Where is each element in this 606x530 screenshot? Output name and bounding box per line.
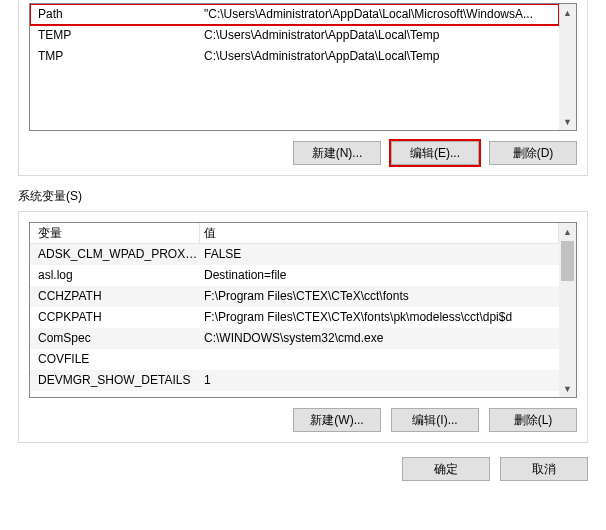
user-vars-buttons: 新建(N)... 编辑(E)... 删除(D) xyxy=(29,141,577,165)
var-value: F:\Program Files\CTEX\CTeX\cct\fonts xyxy=(200,286,559,307)
system-vars-label: 系统变量(S) xyxy=(18,188,606,205)
var-name: TMP xyxy=(30,46,200,67)
var-name: TEMP xyxy=(30,25,200,46)
edit-button[interactable]: 编辑(E)... xyxy=(391,141,479,165)
cancel-button[interactable]: 取消 xyxy=(500,457,588,481)
table-row[interactable]: Path "C:\Users\Administrator\AppData\Loc… xyxy=(30,4,559,25)
var-value: C:\Users\Administrator\AppData\Local\Tem… xyxy=(200,46,559,67)
ok-button[interactable]: 确定 xyxy=(402,457,490,481)
delete-button[interactable]: 删除(L) xyxy=(489,408,577,432)
var-value: "C:\Users\Administrator\AppData\Local\Mi… xyxy=(200,4,559,25)
dialog-buttons: 确定 取消 xyxy=(18,457,588,481)
var-value: C:\WINDOWS\system32\cmd.exe xyxy=(200,328,559,349)
edit-button[interactable]: 编辑(I)... xyxy=(391,408,479,432)
table-row[interactable]: TEMP C:\Users\Administrator\AppData\Loca… xyxy=(30,25,559,46)
var-value: Destination=file xyxy=(200,265,559,286)
user-vars-panel: Path "C:\Users\Administrator\AppData\Loc… xyxy=(18,0,588,176)
table-row[interactable]: ADSK_CLM_WPAD_PROXY... FALSE xyxy=(30,244,559,265)
var-name: CCHZPATH xyxy=(30,286,200,307)
table-row[interactable]: TMP C:\Users\Administrator\AppData\Local… xyxy=(30,46,559,67)
var-name: DEVMGR_SHOW_DETAILS xyxy=(30,370,200,391)
system-vars-list[interactable]: 变量 值 ADSK_CLM_WPAD_PROXY... FALSE asl.lo… xyxy=(29,222,577,398)
var-name: COVFILE xyxy=(30,349,200,370)
scrollbar[interactable]: ▲ ▼ xyxy=(559,4,576,130)
system-vars-buttons: 新建(W)... 编辑(I)... 删除(L) xyxy=(29,408,577,432)
chevron-up-icon[interactable]: ▲ xyxy=(559,4,576,21)
table-header[interactable]: 变量 值 xyxy=(30,223,559,244)
var-value xyxy=(200,349,559,370)
var-value: C:\Users\Administrator\AppData\Local\Tem… xyxy=(200,25,559,46)
table-row[interactable]: asl.log Destination=file xyxy=(30,265,559,286)
scrollbar[interactable]: ▲ ▼ xyxy=(559,223,576,397)
col-value[interactable]: 值 xyxy=(200,223,559,243)
chevron-up-icon[interactable]: ▲ xyxy=(559,223,576,240)
table-row[interactable]: COVFILE xyxy=(30,349,559,370)
chevron-down-icon[interactable]: ▼ xyxy=(559,113,576,130)
new-button[interactable]: 新建(W)... xyxy=(293,408,381,432)
scrollbar-thumb[interactable] xyxy=(561,241,574,281)
var-value: 1 xyxy=(200,370,559,391)
var-name: ComSpec xyxy=(30,328,200,349)
table-row[interactable]: ComSpec C:\WINDOWS\system32\cmd.exe xyxy=(30,328,559,349)
new-button[interactable]: 新建(N)... xyxy=(293,141,381,165)
var-name: ADSK_CLM_WPAD_PROXY... xyxy=(30,244,200,265)
chevron-down-icon[interactable]: ▼ xyxy=(559,380,576,397)
col-variable[interactable]: 变量 xyxy=(30,223,200,243)
user-vars-list[interactable]: Path "C:\Users\Administrator\AppData\Loc… xyxy=(29,3,577,131)
table-row[interactable]: CCHZPATH F:\Program Files\CTEX\CTeX\cct\… xyxy=(30,286,559,307)
var-name: Path xyxy=(30,4,200,25)
var-value: F:\Program Files\CTEX\CTeX\fonts\pk\mode… xyxy=(200,307,559,328)
table-row[interactable]: DEVMGR_SHOW_DETAILS 1 xyxy=(30,370,559,391)
table-row[interactable]: CCPKPATH F:\Program Files\CTEX\CTeX\font… xyxy=(30,307,559,328)
delete-button[interactable]: 删除(D) xyxy=(489,141,577,165)
system-vars-panel: 变量 值 ADSK_CLM_WPAD_PROXY... FALSE asl.lo… xyxy=(18,211,588,443)
var-name: asl.log xyxy=(30,265,200,286)
var-value: FALSE xyxy=(200,244,559,265)
var-name: CCPKPATH xyxy=(30,307,200,328)
